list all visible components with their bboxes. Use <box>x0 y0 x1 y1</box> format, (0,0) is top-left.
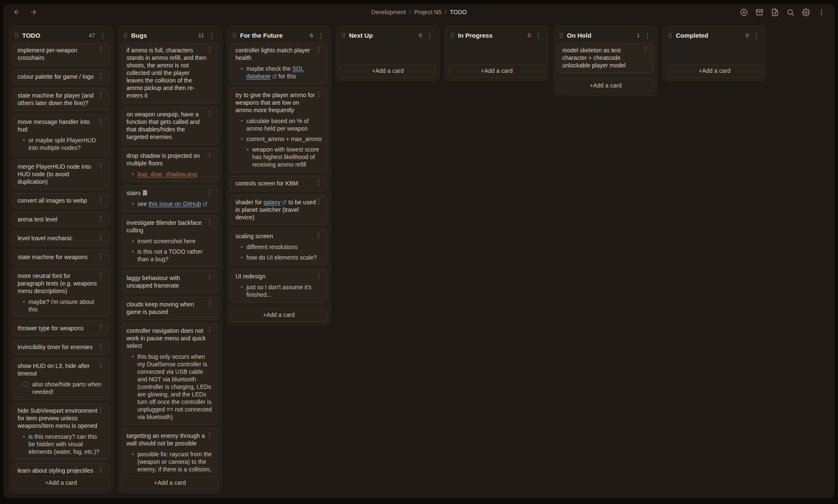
settings-icon[interactable] <box>802 8 810 16</box>
card-menu-icon[interactable]: ⋮ <box>96 234 105 240</box>
card-menu-icon[interactable]: ⋮ <box>96 162 105 169</box>
card[interactable]: ⋮model skeleton as test character + chea… <box>557 43 654 73</box>
add-card-button[interactable]: +Add a card <box>122 476 218 490</box>
card[interactable]: ⋮stairssee this issue on GitHub <box>122 185 218 212</box>
add-card-button[interactable]: +Add a card <box>666 64 763 78</box>
card[interactable]: ⋮on weapon unequip, have a function that… <box>122 107 218 145</box>
link[interactable]: this issue on GitHub <box>148 201 207 207</box>
card-menu-icon[interactable]: ⋮ <box>314 232 323 238</box>
plus-circle-icon[interactable] <box>740 8 748 16</box>
card[interactable]: ⋮investigate Blender backface cullingins… <box>122 215 218 267</box>
link[interactable]: SDL database <box>246 65 304 80</box>
drag-handle-icon[interactable] <box>123 32 128 39</box>
column-menu-icon[interactable]: ⋮ <box>425 32 434 39</box>
card[interactable]: ⋮laggy behaviour with uncapped framerate <box>122 270 218 293</box>
card-menu-icon[interactable]: ⋮ <box>314 91 323 97</box>
card-menu-icon[interactable]: ⋮ <box>96 466 105 473</box>
card[interactable]: ⋮state machine for weapons <box>13 249 109 265</box>
archive-icon[interactable] <box>755 8 763 16</box>
card-menu-icon[interactable]: ⋮ <box>96 406 105 413</box>
column-menu-icon[interactable]: ⋮ <box>643 32 652 39</box>
card-menu-icon[interactable]: ⋮ <box>96 362 105 368</box>
card[interactable]: ⋮try to give the player ammo for weapons… <box>230 87 327 172</box>
drag-handle-icon[interactable] <box>668 32 672 39</box>
card[interactable]: ⋮merge PlayerHUD node into HUD node (to … <box>13 159 109 190</box>
drag-handle-icon[interactable] <box>450 32 455 39</box>
card-menu-icon[interactable]: ⋮ <box>96 91 105 98</box>
link[interactable]: galaxy <box>264 199 287 206</box>
back-arrow-icon[interactable] <box>13 8 21 16</box>
card-menu-icon[interactable]: ⋮ <box>205 219 214 225</box>
card-menu-icon[interactable]: ⋮ <box>96 324 105 330</box>
card[interactable]: ⋮controls screen for KBM <box>230 176 327 191</box>
link[interactable]: bug_drop_shadow.png <box>137 171 197 177</box>
card-menu-icon[interactable]: ⋮ <box>96 196 105 203</box>
card-menu-icon[interactable]: ⋮ <box>96 343 105 349</box>
card-menu-icon[interactable]: ⋮ <box>205 152 214 158</box>
card[interactable]: ⋮controller navigation does not work in … <box>122 323 218 425</box>
drag-handle-icon[interactable] <box>14 32 19 39</box>
column-menu-icon[interactable]: ⋮ <box>207 32 216 39</box>
document-icon[interactable] <box>771 8 779 16</box>
card-menu-icon[interactable]: ⋮ <box>205 110 214 116</box>
card[interactable]: ⋮implement per-weapon crosshairs <box>13 43 109 66</box>
card[interactable]: ⋮shader for galaxy to be used in planet … <box>230 195 327 225</box>
forward-arrow-icon[interactable] <box>29 8 38 16</box>
column-menu-icon[interactable]: ⋮ <box>752 32 761 39</box>
card[interactable]: ⋮targetting an enemy through a wall shou… <box>122 428 218 474</box>
column-menu-icon[interactable]: ⋮ <box>534 32 543 39</box>
card[interactable]: ⋮arena test level <box>13 212 109 227</box>
bullet-dot-icon <box>132 251 134 252</box>
card[interactable]: ⋮hide SubViewport environment for item p… <box>13 403 109 460</box>
checkbox-circle[interactable] <box>23 381 28 387</box>
card-menu-icon[interactable]: ⋮ <box>96 215 105 221</box>
card-menu-icon[interactable]: ⋮ <box>96 253 105 259</box>
card[interactable]: ⋮convert all images to webp <box>13 193 109 208</box>
card[interactable]: ⋮if ammo is full, characters stands in a… <box>122 43 218 103</box>
card[interactable]: ⋮controller lights match player healthma… <box>230 43 327 84</box>
column-menu-icon[interactable]: ⋮ <box>98 32 107 39</box>
card[interactable]: ⋮move message handler into hudor maybe s… <box>13 114 109 156</box>
card-menu-icon[interactable]: ⋮ <box>641 46 650 52</box>
card-menu-icon[interactable]: ⋮ <box>205 300 214 306</box>
drag-handle-icon[interactable] <box>341 32 346 39</box>
breadcrumb-item-project[interactable]: Project N5 <box>414 9 441 15</box>
more-menu-icon[interactable] <box>817 8 825 16</box>
card-menu-icon[interactable]: ⋮ <box>314 272 323 278</box>
breadcrumb-item-development[interactable]: Development <box>371 9 406 15</box>
card-menu-icon[interactable]: ⋮ <box>314 179 323 185</box>
card[interactable]: ⋮scaling screendifferent resolutionshow … <box>230 229 327 265</box>
bullet-text: weapon with lowest score has highest lik… <box>252 146 322 168</box>
add-card-button[interactable]: +Add a card <box>13 476 109 490</box>
add-card-button[interactable]: +Add a card <box>339 64 436 78</box>
card[interactable]: ⋮level travel mechanic <box>13 231 109 246</box>
card[interactable]: ⋮drop shadow is projected on multiple fl… <box>122 148 218 182</box>
card-menu-icon[interactable]: ⋮ <box>205 189 214 195</box>
add-card-button[interactable]: +Add a card <box>230 308 327 322</box>
add-card-button[interactable]: +Add a card <box>557 79 654 93</box>
card[interactable]: ⋮UI redesignjust so I don't assume it's … <box>230 269 327 303</box>
card-menu-icon[interactable]: ⋮ <box>96 46 105 52</box>
drag-handle-icon[interactable] <box>232 32 237 39</box>
card-menu-icon[interactable]: ⋮ <box>96 118 105 124</box>
card-menu-icon[interactable]: ⋮ <box>314 198 323 204</box>
drag-handle-icon[interactable] <box>559 32 564 39</box>
search-icon[interactable] <box>786 8 794 16</box>
column-menu-icon[interactable]: ⋮ <box>316 32 325 39</box>
card[interactable]: ⋮invincibility timer for enemies <box>13 339 109 355</box>
card[interactable]: ⋮show HUD on L3, hide after timeoutalso … <box>13 358 109 400</box>
card-menu-icon[interactable]: ⋮ <box>205 274 214 280</box>
card[interactable]: ⋮state machine for player (and others la… <box>13 88 109 111</box>
card[interactable]: ⋮clouds keep moving when game is paused <box>122 297 218 320</box>
card-menu-icon[interactable]: ⋮ <box>314 46 323 52</box>
card-menu-icon[interactable]: ⋮ <box>205 327 214 333</box>
card-menu-icon[interactable]: ⋮ <box>205 432 214 438</box>
card[interactable]: ⋮learn about styling projectileslook at … <box>13 463 109 474</box>
card[interactable]: ⋮colour palette for game / logo <box>13 69 109 85</box>
add-card-button[interactable]: +Add a card <box>448 64 545 78</box>
card[interactable]: ⋮more neutral font for paragraph texts (… <box>13 268 109 317</box>
card-menu-icon[interactable]: ⋮ <box>96 72 105 79</box>
card[interactable]: ⋮thrower type for weapons <box>13 321 109 336</box>
card-menu-icon[interactable]: ⋮ <box>96 272 105 278</box>
card-menu-icon[interactable]: ⋮ <box>205 46 214 52</box>
